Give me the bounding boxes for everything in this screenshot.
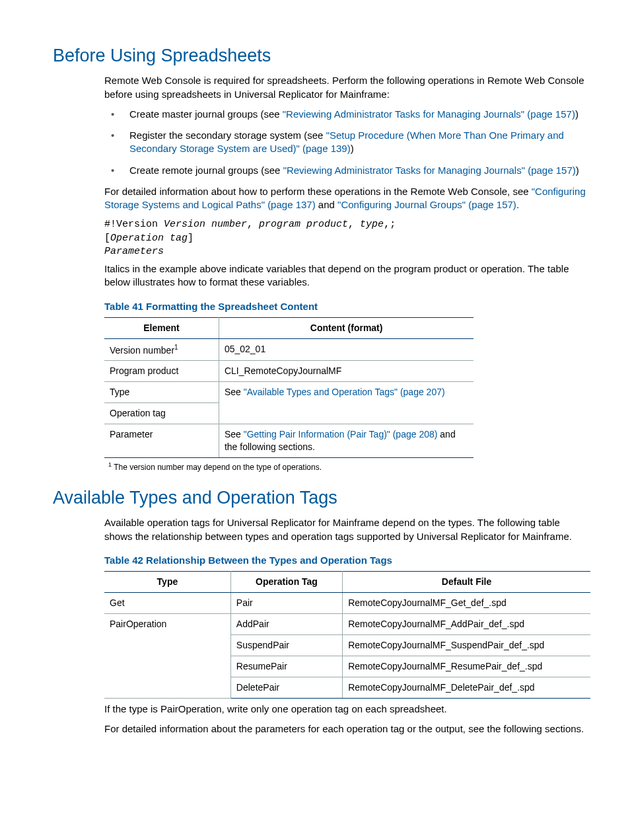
column-header: Type [104,572,230,593]
list-item: Register the secondary storage system (s… [104,129,590,156]
code-var: program product [259,219,348,230]
cross-ref-link[interactable]: "Getting Pair Information (Pair Tag)" (p… [244,429,438,439]
bullet-list: Create master journal groups (see "Revie… [104,108,590,177]
table-cell: Get [104,593,230,614]
table-cell: Pair [230,593,342,614]
table-formatting: Element Content (format) Version number1… [104,317,473,458]
code-var: Version number [164,219,247,230]
table-row: Program product CLI_RemoteCopyJournalMF [104,361,473,382]
table-caption: Table 41 Formatting the Spreadsheet Cont… [104,300,590,313]
table-cell: See "Available Types and Operation Tags"… [219,382,473,424]
table-cell: DeletePair [230,677,342,698]
table-footnote: 1 The version number may depend on the t… [108,461,590,473]
code-text: #!Version [104,219,164,230]
column-header: Operation Tag [230,572,342,593]
table-cell: RemoteCopyJournalMF_Get_def_.spd [343,593,590,614]
text: For detailed information about how to pe… [104,186,532,197]
table-row: PairOperation AddPair RemoteCopyJournalM… [104,613,590,634]
table-row: Type See "Available Types and Operation … [104,382,473,403]
text: See [225,387,244,397]
code-text: ,; [384,219,396,230]
table-row: Parameter See "Getting Pair Information … [104,424,473,458]
table-cell: CLI_RemoteCopyJournalMF [219,361,473,382]
table-cell: AddPair [230,613,342,634]
table-cell: ResumePair [230,656,342,677]
paragraph: For detailed information about the param… [104,722,590,736]
table-cell: SuspendPair [230,634,342,656]
column-header: Default File [343,572,590,593]
code-var: type [360,219,384,230]
table-cell: Operation tag [104,403,219,424]
table-cell: Type [104,382,219,403]
table-cell: 05_02_01 [219,338,473,361]
table-header-row: Element Content (format) [104,317,473,338]
paragraph: If the type is PairOperation, write only… [104,703,590,716]
list-item: Create remote journal groups (see "Revie… [104,164,590,177]
list-item: Create master journal groups (see "Revie… [104,108,590,121]
intro-paragraph: Remote Web Console is required for sprea… [104,74,590,101]
code-text: , [247,219,259,230]
detail-paragraph: For detailed information about how to pe… [104,185,590,212]
code-block: #!Version Version number, program produc… [104,218,590,258]
text: . [516,199,519,210]
table-operation-tags: Type Operation Tag Default File Get Pair… [104,571,590,698]
table-row: Version number1 05_02_01 [104,338,473,361]
column-header: Content (format) [219,317,473,338]
table-cell: Parameter [104,424,219,458]
table-cell: See "Getting Pair Information (Pair Tag)… [219,424,473,458]
cross-ref-link[interactable]: "Configuring Journal Groups" (page 157) [337,199,516,210]
code-text: [ [104,233,110,244]
text: and [316,199,337,210]
cross-ref-link[interactable]: "Reviewing Administrator Tasks for Manag… [283,108,575,120]
table-cell: RemoteCopyJournalMF_SuspendPair_def_.spd [343,634,590,656]
table-cell: PairOperation [104,613,230,698]
text: ) [351,143,354,154]
text: ) [575,108,578,120]
cross-ref-link[interactable]: "Available Types and Operation Tags" (pa… [244,387,445,397]
code-var: Operation tag [110,233,188,244]
text: Register the secondary storage system (s… [129,130,326,141]
table-row: Get Pair RemoteCopyJournalMF_Get_def_.sp… [104,593,590,614]
text: ) [576,165,579,176]
table-cell: Program product [104,361,219,382]
section-heading: Before Using Spreadsheets [53,44,590,67]
table-cell: RemoteCopyJournalMF_AddPair_def_.spd [343,613,590,634]
code-text: ] [188,233,193,244]
text: Create master journal groups (see [129,108,283,120]
table-cell: Version number1 [104,338,219,361]
intro-paragraph: Available operation tags for Universal R… [104,516,590,543]
paragraph: Italics in the example above indicate va… [104,262,590,289]
table-header-row: Type Operation Tag Default File [104,572,590,593]
table-cell: RemoteCopyJournalMF_ResumePair_def_.spd [343,656,590,677]
section-heading: Available Types and Operation Tags [53,486,590,510]
cross-ref-link[interactable]: "Reviewing Administrator Tasks for Manag… [283,165,576,176]
code-text: , [348,219,360,230]
table-cell: RemoteCopyJournalMF_DeletePair_def_.spd [343,677,590,698]
footnote-ref: 1 [174,344,178,351]
table-caption: Table 42 Relationship Between the Types … [104,554,590,567]
column-header: Element [104,317,219,338]
text: Create remote journal groups (see [129,165,283,176]
code-var: Parameters [104,246,164,257]
text: See [225,429,244,439]
